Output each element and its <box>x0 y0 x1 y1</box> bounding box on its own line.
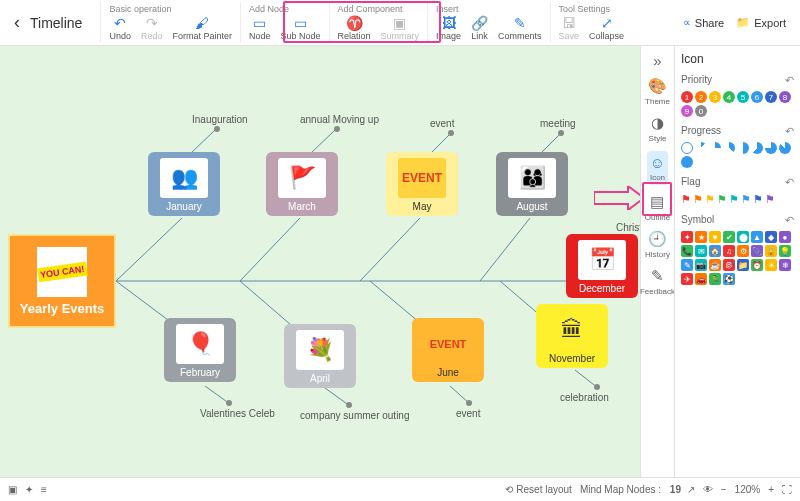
status-bar: ▣ ✦ ≡ ⟲ Reset layout Mind Map Nodes : 19… <box>0 477 800 501</box>
outline-icon: ▤ <box>650 193 664 211</box>
node-count: Mind Map Nodes : 19 ↗ <box>580 484 695 495</box>
icon-panel: Icon Priority↶ 1234567890 Progress↶ F <box>674 46 800 477</box>
view-1[interactable]: ▣ <box>8 484 17 495</box>
relation-button[interactable]: ♈Relation <box>338 16 371 41</box>
back-button[interactable]: ‹ <box>8 2 26 43</box>
node-february[interactable]: 🎈 February <box>164 318 236 382</box>
tag-apr: company summer outing <box>300 410 410 421</box>
tag-dec: Christ <box>616 222 640 233</box>
symbol-reset[interactable]: ↶ <box>785 214 794 227</box>
history-icon: 🕘 <box>648 230 667 248</box>
collapse-icon: ⤢ <box>601 16 613 30</box>
add-node-button[interactable]: ▭Node <box>249 16 271 41</box>
tag-jan: Inauguration <box>192 114 248 125</box>
tag-aug: meeting <box>540 118 576 129</box>
tag-jun: event <box>456 408 480 419</box>
node-icon: ▭ <box>253 16 266 30</box>
group-tool: Tool Settings 🖫Save ⤢Collapse <box>550 2 633 43</box>
reset-layout-button[interactable]: ⟲ Reset layout <box>505 484 572 495</box>
rail-feedback[interactable]: ✎Feedback <box>640 267 675 296</box>
format-painter-button[interactable]: 🖌Format Painter <box>172 16 232 41</box>
save-button[interactable]: 🖫Save <box>559 16 580 41</box>
share-button[interactable]: ∝Share <box>683 16 724 29</box>
zoom-level[interactable]: 120% <box>735 484 761 495</box>
node-march[interactable]: 🚩 March <box>266 152 338 216</box>
tag-feb: Valentines Celeb <box>200 408 275 419</box>
group-add-component: Add Component ♈Relation ▣Summary <box>329 2 428 43</box>
theme-icon: 🎨 <box>648 77 667 95</box>
flag-reset[interactable]: ↶ <box>785 176 794 189</box>
svg-line-10 <box>310 130 335 154</box>
word-count[interactable]: 👁 <box>703 484 713 495</box>
priority-reset[interactable]: ↶ <box>785 74 794 87</box>
collapse-button[interactable]: ⤢Collapse <box>589 16 624 41</box>
add-subnode-button[interactable]: ▭Sub Node <box>280 16 320 41</box>
insert-link-button[interactable]: 🔗Link <box>471 16 488 41</box>
export-button[interactable]: 📁Export <box>736 16 786 29</box>
people-icon: 👥 <box>160 158 208 198</box>
node-june[interactable]: EVENT June <box>412 318 484 382</box>
node-january[interactable]: 👥 January <box>148 152 220 216</box>
event-banner-icon: EVENT <box>398 158 446 198</box>
summary-button[interactable]: ▣Summary <box>381 16 420 41</box>
subnode-icon: ▭ <box>294 16 307 30</box>
meeting-icon: 👨‍👩‍👦 <box>508 158 556 198</box>
insert-comments-button[interactable]: ✎Comments <box>498 16 542 41</box>
toolbar: ‹ Timeline Basic operation ↶Undo ↷Redo 🖌… <box>0 0 800 46</box>
save-icon: 🖫 <box>562 16 576 30</box>
priority-icons: 1234567890 <box>681 91 794 117</box>
rail-style[interactable]: ◑Style <box>649 114 667 143</box>
summary-icon: ▣ <box>393 16 406 30</box>
view-3[interactable]: ≡ <box>41 484 47 495</box>
right-rail: » 🎨Theme ◑Style ☺Icon ▤Outline 🕘History … <box>640 46 674 477</box>
rail-theme[interactable]: 🎨Theme <box>645 77 670 106</box>
balloons-icon: 🎈 <box>176 324 224 364</box>
node-november[interactable]: 🏛 November <box>536 304 608 368</box>
rail-icon[interactable]: ☺Icon <box>647 151 668 185</box>
root-title: Yearly Events <box>20 301 105 316</box>
svg-line-3 <box>240 218 300 281</box>
share-icon: ∝ <box>683 16 691 29</box>
node-may[interactable]: EVENT May <box>386 152 458 216</box>
group-insert: Insert 🖼Image 🔗Link ✎Comments <box>427 2 550 43</box>
zoom-in[interactable]: + <box>768 484 774 495</box>
rail-outline[interactable]: ▤Outline <box>645 193 670 222</box>
fullscreen-button[interactable]: ⛶ <box>782 484 792 495</box>
node-december[interactable]: 📅 December <box>566 234 638 298</box>
smile-icon: ☺ <box>650 154 665 171</box>
flag-icons: ⚑⚑⚑⚑⚑⚑⚑⚑ <box>681 193 794 206</box>
svg-line-12 <box>540 134 560 154</box>
style-icon: ◑ <box>651 114 664 132</box>
flowers-icon: 💐 <box>296 330 344 370</box>
relation-icon: ♈ <box>346 16 363 30</box>
redo-icon: ↷ <box>146 16 158 30</box>
feedback-icon: ✎ <box>651 267 664 285</box>
root-node[interactable]: YOU CAN! Yearly Events <box>8 234 116 328</box>
svg-line-1 <box>116 218 182 281</box>
tag-nov: celebration <box>560 392 609 403</box>
zoom-out[interactable]: − <box>721 484 727 495</box>
group-add-node: Add Node ▭Node ▭Sub Node <box>240 2 329 43</box>
svg-line-5 <box>360 218 420 281</box>
goal-icon: 🚩 <box>278 158 326 198</box>
svg-line-9 <box>190 130 215 154</box>
view-2[interactable]: ✦ <box>25 484 33 495</box>
calendar-heart-icon: 📅 <box>578 240 626 280</box>
event-flag-icon: EVENT <box>424 324 472 364</box>
node-april[interactable]: 💐 April <box>284 324 356 388</box>
export-icon: 📁 <box>736 16 750 29</box>
progress-reset[interactable]: ↶ <box>785 125 794 138</box>
svg-marker-17 <box>594 186 640 210</box>
canvas[interactable]: YOU CAN! Yearly Events Inauguration 👥 Ja… <box>0 46 640 477</box>
undo-icon: ↶ <box>114 16 126 30</box>
node-august[interactable]: 👨‍👩‍👦 August <box>496 152 568 216</box>
progress-icons <box>681 142 794 168</box>
insert-image-button[interactable]: 🖼Image <box>436 16 461 41</box>
collapse-panel-button[interactable]: » <box>653 52 661 69</box>
tag-mar: annual Moving up <box>300 114 379 125</box>
redo-button[interactable]: ↷Redo <box>141 16 163 41</box>
root-badge: YOU CAN! <box>37 247 87 297</box>
rail-history[interactable]: 🕘History <box>645 230 670 259</box>
undo-button[interactable]: ↶Undo <box>109 16 131 41</box>
hint-arrow <box>594 186 640 210</box>
